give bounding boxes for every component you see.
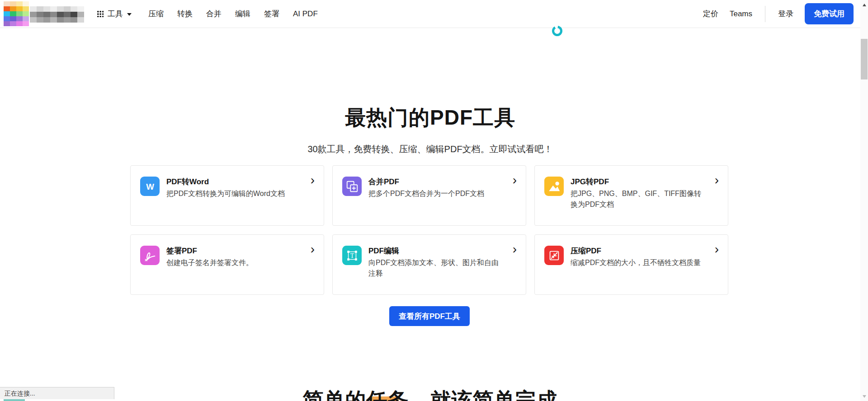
- card-title: JPG转PDF: [571, 177, 609, 187]
- next-section-title: 简单的任务，就该简单完成: [0, 387, 860, 401]
- arrow-up-icon: [863, 4, 866, 6]
- card-pdf-to-word[interactable]: W PDF转Word 把PDF文档转换为可编辑的Word文档 ›: [130, 165, 324, 226]
- scrollbar-up-button[interactable]: [860, 1, 868, 9]
- card-jpg-to-pdf[interactable]: JPG转PDF 把JPG、PNG、BMP、GIF、TIFF图像转换为PDF文档 …: [534, 165, 728, 226]
- logo-pixelated-mark: [4, 1, 29, 27]
- tool-card-grid: W PDF转Word 把PDF文档转换为可编辑的Word文档 › 合并PDF 把…: [130, 165, 729, 295]
- card-description: 向PDF文档添加文本、形状、图片和自由注释: [368, 257, 505, 279]
- card-compress-pdf[interactable]: 压缩PDF 缩减PDF文档的大小，且不牺牲文档质量 ›: [534, 234, 728, 295]
- nav-item-pricing[interactable]: 定价: [703, 9, 718, 19]
- card-description: 把PDF文档转换为可编辑的Word文档: [166, 188, 303, 199]
- scrollbar-down-button[interactable]: [860, 392, 868, 400]
- nav-item-compress[interactable]: 压缩: [148, 9, 164, 19]
- chevron-right-icon: ›: [513, 173, 517, 187]
- svg-text:T: T: [350, 252, 354, 259]
- card-title: 签署PDF: [166, 246, 197, 256]
- chevron-right-icon: ›: [513, 242, 517, 256]
- card-description: 创建电子签名并签署文件。: [166, 257, 303, 268]
- card-title: PDF转Word: [166, 177, 209, 187]
- loading-spinner-icon: [552, 26, 562, 36]
- nav-item-merge[interactable]: 合并: [206, 9, 222, 19]
- chevron-right-icon: ›: [311, 173, 315, 187]
- see-all-tools-button[interactable]: 查看所有PDF工具: [389, 306, 470, 326]
- card-title: PDF编辑: [368, 246, 399, 256]
- page-title: 最热门的PDF工具: [0, 104, 860, 132]
- chevron-right-icon: ›: [715, 173, 719, 187]
- chevron-right-icon: ›: [311, 242, 315, 256]
- login-link[interactable]: 登录: [778, 9, 793, 19]
- page: 工具 压缩 转换 合并 编辑 签署 AI PDF 定价 Teams 登录 免费试…: [0, 0, 868, 401]
- nav-item-teams[interactable]: Teams: [730, 9, 752, 19]
- card-merge-pdf[interactable]: 合并PDF 把多个PDF文档合并为一个PDF文档 ›: [332, 165, 526, 226]
- vertical-scrollbar[interactable]: [860, 0, 868, 401]
- merge-pdf-icon: [342, 177, 362, 196]
- svg-text:W: W: [146, 182, 154, 191]
- card-title: 合并PDF: [368, 177, 399, 187]
- signature-icon: [140, 246, 160, 265]
- top-navbar: 工具 压缩 转换 合并 编辑 签署 AI PDF 定价 Teams 登录 免费试…: [0, 0, 860, 28]
- page-subtitle: 30款工具，免费转换、压缩、编辑PDF文档。立即试试看吧！: [0, 143, 860, 155]
- compress-pdf-icon: [544, 246, 564, 265]
- browser-status-tooltip: 正在连接...: [0, 387, 114, 399]
- nav-item-ai-pdf[interactable]: AI PDF: [293, 9, 318, 19]
- nav-item-convert[interactable]: 转换: [177, 9, 193, 19]
- grid-menu-icon: [97, 10, 104, 17]
- app-logo[interactable]: [4, 1, 83, 27]
- chevron-down-icon: [127, 13, 132, 16]
- edit-text-icon: T: [342, 246, 362, 265]
- card-edit-pdf[interactable]: T PDF编辑 向PDF文档添加文本、形状、图片和自由注释 ›: [332, 234, 526, 295]
- tools-menu-label: 工具: [108, 9, 123, 19]
- word-tool-icon: W: [140, 177, 160, 196]
- navbar-right: 定价 Teams 登录 免费试用: [703, 3, 854, 24]
- card-title: 压缩PDF: [571, 246, 601, 256]
- scrollbar-thumb[interactable]: [861, 39, 868, 79]
- card-sign-pdf[interactable]: 签署PDF 创建电子签名并签署文件。 ›: [130, 234, 324, 295]
- nav-item-edit[interactable]: 编辑: [235, 9, 250, 19]
- tools-menu[interactable]: 工具: [97, 9, 132, 19]
- arrow-down-icon: [863, 395, 866, 398]
- card-description: 缩减PDF文档的大小，且不牺牲文档质量: [571, 257, 707, 268]
- image-to-pdf-icon: [544, 177, 564, 196]
- chevron-right-icon: ›: [715, 242, 719, 256]
- card-description: 把JPG、PNG、BMP、GIF、TIFF图像转换为PDF文档: [571, 188, 707, 210]
- nav-divider: [765, 6, 765, 22]
- nav-item-sign[interactable]: 签署: [264, 9, 279, 19]
- free-trial-button[interactable]: 免费试用: [805, 3, 854, 24]
- decorative-teal-strip: [4, 399, 25, 401]
- logo-pixelated-wordmark: [30, 6, 84, 23]
- main-nav: 压缩 转换 合并 编辑 签署 AI PDF: [148, 9, 318, 19]
- card-description: 把多个PDF文档合并为一个PDF文档: [368, 188, 505, 199]
